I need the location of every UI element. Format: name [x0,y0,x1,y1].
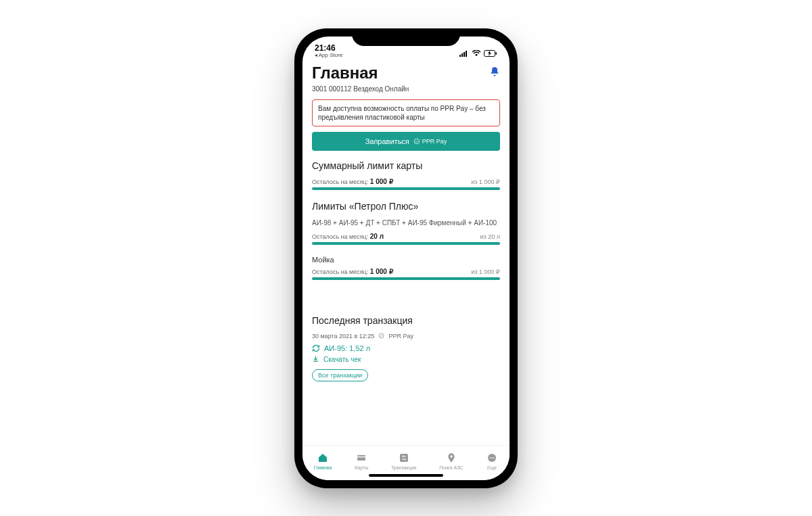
promo-banner: Вам доступна возможность оплаты по PPR P… [312,99,500,126]
phone-frame: 21:46 ◂ App Store Главная [294,28,518,488]
wash-limit-row: Осталось на месяц: 1 000 ₽ из 1 000 ₽ [312,268,500,275]
main-content[interactable]: Главная 3001 000112 Вездеход Онлайн Вам … [302,60,510,445]
last-txn-title: Последняя транзакция [312,315,500,326]
page-title: Главная [312,64,378,83]
svg-point-15 [493,457,495,459]
tab-home[interactable]: Главная [314,452,332,470]
card-icon [355,452,367,464]
account-subtitle: 3001 000112 Вездеход Онлайн [312,85,500,93]
tab-search-stations[interactable]: Поиск АЗС [439,452,463,470]
petrol-title: Лимиты «Петрол Плюс» [312,201,500,212]
notifications-button[interactable] [489,66,500,80]
home-indicator[interactable] [369,474,443,477]
swap-icon [398,452,410,464]
ppr-pay-badge: PPR Pay [413,138,447,145]
fuel-limit-row: Осталось на месяц: 20 л из 20 л [312,233,500,240]
download-icon [312,355,319,364]
txn-meta: 30 марта 2021 в 12:25 PPR Pay [312,333,500,340]
txn-product-row[interactable]: АИ-95: 1,52 л [312,344,500,352]
header-row: Главная [312,64,500,83]
home-icon [317,452,329,464]
fuel-left-label: Осталось на месяц: [312,233,368,240]
summary-limit-row: Осталось на месяц: 1 000 ₽ из 1 000 ₽ [312,178,500,185]
summary-progress [312,187,500,190]
svg-point-7 [380,333,384,338]
summary-limit-title: Суммарный лимит карты [312,160,500,171]
all-transactions-button[interactable]: Все транзакции [312,369,368,381]
tab-cards[interactable]: Карты [355,452,368,470]
svg-rect-0 [459,55,461,57]
tab-home-label: Главная [314,465,332,470]
refresh-icon [312,344,320,352]
tab-more-label: Еще [487,465,497,470]
refuel-label: Заправиться [365,137,409,145]
fuel-types: АИ-98 + АИ-95 + ДТ + СПБТ + АИ-95 Фирмен… [312,218,500,227]
wash-title: Мойка [312,256,500,264]
status-right [459,50,497,58]
wash-value: 1 000 ₽ [370,268,393,275]
tab-transactions[interactable]: Транзакции [391,452,417,470]
svg-rect-10 [400,454,408,462]
txn-date: 30 марта 2021 в 12:25 [312,333,374,339]
wash-left-label: Осталось на месяц: [312,268,368,275]
download-label: Скачать чек [323,356,361,363]
summary-right: из 1 000 ₽ [471,179,500,185]
svg-point-6 [414,139,420,144]
signal-icon [459,50,469,58]
more-icon [486,452,498,464]
txn-product: АИ-95: 1,52 л [324,344,370,352]
svg-rect-5 [496,52,497,55]
tab-cards-label: Карты [355,465,368,470]
svg-point-13 [490,457,491,459]
status-left: 21:46 ◂ App Store [315,44,342,58]
refuel-button[interactable]: Заправиться PPR Pay [312,132,500,151]
wash-right: из 1 000 ₽ [471,268,500,275]
tab-more[interactable]: Еще [486,452,498,470]
status-time: 21:46 [315,44,342,52]
battery-icon [484,50,497,58]
txn-badge: PPR Pay [388,333,413,339]
svg-point-14 [491,457,493,459]
svg-rect-2 [464,52,465,57]
fuel-value: 20 л [370,233,384,240]
tab-search-label: Поиск АЗС [439,465,463,470]
wifi-icon [472,50,481,58]
summary-left-label: Осталось на месяц: [312,179,368,185]
fuel-progress [312,242,500,245]
wash-progress [312,277,500,280]
fuel-right: из 20 л [480,233,500,240]
svg-rect-3 [466,51,467,57]
back-to-appstore[interactable]: ◂ App Store [315,53,342,58]
summary-value: 1 000 ₽ [370,178,393,185]
svg-rect-8 [357,455,365,461]
pin-icon [445,452,457,464]
screen: 21:46 ◂ App Store Главная [302,37,510,480]
download-receipt[interactable]: Скачать чек [312,355,500,364]
txn-badge-icon [378,333,384,340]
tab-transactions-label: Транзакции [391,465,417,470]
svg-rect-9 [357,456,365,457]
spacer [312,291,500,315]
notch [352,28,460,46]
svg-point-11 [450,455,452,457]
svg-rect-1 [461,53,463,57]
